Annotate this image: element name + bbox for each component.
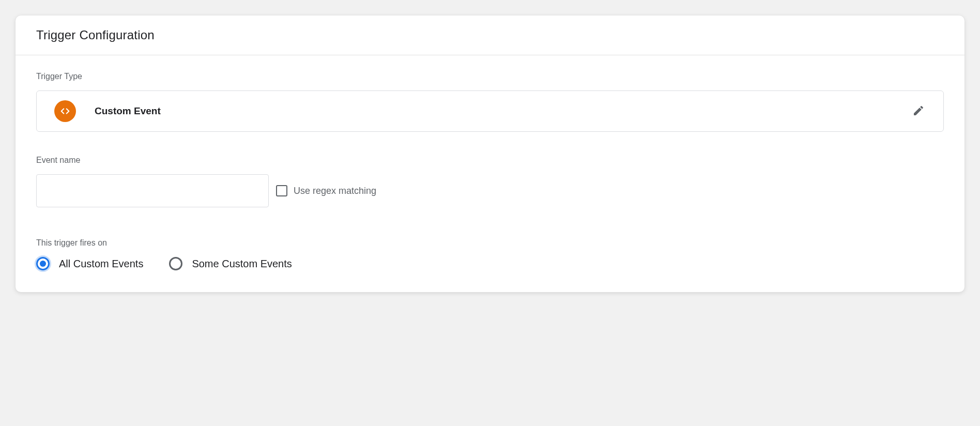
edit-trigger-type-button[interactable] (908, 101, 929, 121)
fires-on-radio-group: All Custom Events Some Custom Events (36, 257, 944, 270)
use-regex-label: Use regex matching (294, 186, 376, 196)
trigger-type-name: Custom Event (95, 105, 908, 117)
radio-label-some: Some Custom Events (192, 258, 292, 270)
fires-on-section: This trigger fires on All Custom Events … (36, 238, 944, 270)
event-name-input[interactable] (36, 174, 269, 207)
trigger-configuration-card: Trigger Configuration Trigger Type Custo… (16, 16, 964, 292)
code-icon (54, 100, 76, 122)
checkbox-icon (276, 185, 287, 196)
use-regex-checkbox[interactable]: Use regex matching (276, 185, 376, 196)
event-name-label: Event name (36, 156, 944, 165)
card-title: Trigger Configuration (36, 28, 944, 42)
radio-unselected-icon (169, 257, 182, 270)
radio-all-custom-events[interactable]: All Custom Events (36, 257, 143, 270)
trigger-type-label: Trigger Type (36, 72, 944, 81)
radio-some-custom-events[interactable]: Some Custom Events (169, 257, 292, 270)
card-header: Trigger Configuration (16, 16, 964, 55)
fires-on-label: This trigger fires on (36, 238, 944, 248)
pencil-icon (912, 104, 925, 118)
card-body: Trigger Type Custom Event Event name (16, 55, 964, 292)
event-name-section: Event name Use regex matching (36, 156, 944, 207)
trigger-type-selector[interactable]: Custom Event (36, 90, 944, 132)
radio-label-all: All Custom Events (59, 258, 143, 270)
radio-selected-icon (36, 257, 50, 270)
